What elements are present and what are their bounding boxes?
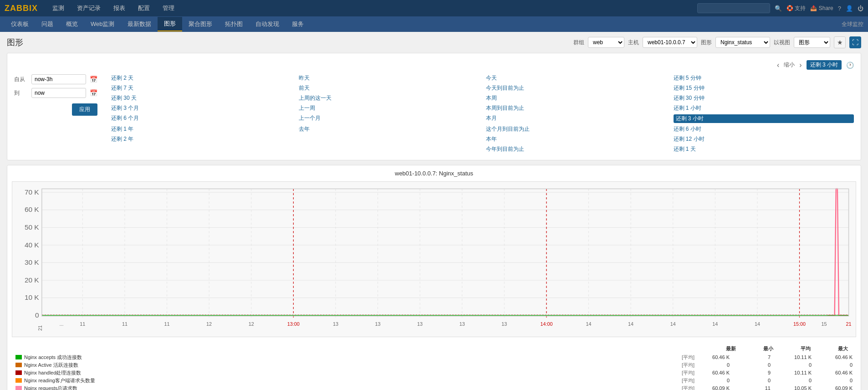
quick-time-11[interactable]: 本周: [486, 94, 667, 102]
nav-graphs[interactable]: 图形: [158, 17, 182, 31]
legend-max-3: 0: [825, 378, 853, 383]
legend-avglabel-3: [平均]: [682, 377, 700, 384]
quick-time-29[interactable]: [111, 145, 292, 153]
quick-time-7[interactable]: 今天到目前为止: [486, 84, 667, 92]
quick-time-28[interactable]: 还剩 12 小时: [674, 135, 854, 143]
quick-time-19[interactable]: 本月: [486, 114, 667, 123]
quick-time-5[interactable]: 还剩 7 天: [111, 84, 292, 92]
quick-time-31[interactable]: 今年到目前为止: [486, 145, 667, 153]
svg-text:14:00: 14:00: [540, 321, 552, 327]
nav-config[interactable]: 配置: [133, 1, 155, 15]
quick-time-24[interactable]: 还剩 6 小时: [674, 125, 854, 133]
svg-text:11: 11: [80, 321, 85, 327]
user-icon[interactable]: 👤: [846, 5, 853, 12]
search-input[interactable]: [697, 3, 770, 13]
legend-avg-1: 0: [784, 362, 812, 368]
nav-overview[interactable]: 概览: [60, 17, 84, 31]
quick-time-1[interactable]: 还剩 2 天: [111, 74, 292, 82]
quick-time-2[interactable]: 昨天: [299, 74, 480, 82]
legend-latest-1: 0: [702, 362, 730, 368]
legend-color-0: [15, 355, 22, 359]
legend-latest-3: 0: [702, 378, 730, 383]
svg-text:11: 11: [122, 321, 128, 327]
share-icon[interactable]: 📤 Share: [810, 5, 833, 11]
graph-label: 图形: [701, 39, 712, 46]
legend-avg-0: 10.11 K: [784, 354, 812, 360]
quick-time-10[interactable]: 上周的这一天: [299, 94, 480, 102]
view-select[interactable]: 图形: [794, 37, 830, 48]
quick-time-20[interactable]: 还剩 3 小时: [674, 114, 854, 123]
apply-button[interactable]: 应用: [72, 103, 97, 116]
nav-topology[interactable]: 拓扑图: [219, 17, 249, 31]
power-icon[interactable]: ⏻: [858, 5, 863, 12]
svg-text:14: 14: [712, 321, 718, 327]
from-row: 自从 📅: [14, 74, 97, 84]
quick-time-32[interactable]: 还剩 1 天: [674, 145, 854, 153]
from-calendar-icon[interactable]: 📅: [90, 76, 97, 83]
legend-min-0: 7: [743, 354, 771, 360]
search-icon[interactable]: 🔍: [775, 5, 782, 12]
nav-dashboard[interactable]: 仪表板: [5, 17, 35, 31]
legend-avg-4: 10.05 K: [784, 385, 812, 390]
quick-time-3[interactable]: 今天: [486, 74, 667, 82]
nav-admin[interactable]: 管理: [157, 1, 180, 15]
group-select[interactable]: web: [588, 37, 624, 48]
to-input[interactable]: [31, 88, 86, 98]
quick-time-27[interactable]: 本年: [486, 135, 667, 143]
quick-time-21[interactable]: 还剩 1 年: [111, 125, 292, 133]
quick-time-14[interactable]: 上一周: [299, 104, 480, 112]
svg-text:14: 14: [670, 321, 676, 327]
svg-text:15: 15: [822, 321, 827, 327]
to-calendar-icon[interactable]: 📅: [90, 89, 97, 97]
quick-time-9[interactable]: 还剩 30 天: [111, 94, 292, 102]
svg-text:13:00: 13:00: [287, 321, 300, 327]
quick-time-16[interactable]: 还剩 1 小时: [674, 104, 854, 112]
legend-latest-2: 60.46 K: [702, 370, 730, 375]
help-icon[interactable]: ?: [838, 5, 841, 12]
quick-time-8[interactable]: 还剩 15 分钟: [674, 84, 854, 92]
legend-header: 最新 最小 平均 最大: [15, 345, 853, 352]
svg-text:...: ...: [60, 321, 64, 327]
nav-assets[interactable]: 资产记录: [71, 1, 106, 15]
quick-time-26[interactable]: [299, 135, 480, 143]
graph-select[interactable]: Nginx_status: [715, 37, 770, 48]
quick-time-13[interactable]: 还剩 3 个月: [111, 104, 292, 112]
time-nav: ‹ 缩小 › 还剩 3 小时 🕐: [14, 60, 854, 70]
quick-time-30[interactable]: [299, 145, 480, 153]
nav-latest-data[interactable]: 最新数据: [121, 17, 158, 31]
legend-row-4: Nginx requests总请求数 [平均] 60.09 K 11 10.05…: [15, 385, 853, 390]
favorite-button[interactable]: ★: [834, 36, 846, 48]
second-navigation: 仪表板 问题 概览 Web监测 最新数据 图形 聚合图形 拓扑图 自动发现 服务…: [0, 16, 868, 32]
quick-time-17[interactable]: 还剩 6 个月: [111, 114, 292, 123]
host-select[interactable]: web01-10.0.0.7: [643, 37, 697, 48]
top-nav-items: 监测 资产记录 报表 配置 管理: [47, 1, 697, 15]
prev-arrow[interactable]: ‹: [777, 61, 779, 69]
view-label: 以视图: [774, 39, 790, 46]
legend-values-4: 60.09 K 11 10.05 K 60.09 K: [702, 385, 853, 390]
quick-time-18[interactable]: 上一个月: [299, 114, 480, 123]
quick-time-23[interactable]: 这个月到目前为止: [486, 125, 667, 133]
main-content: 图形 群组 web 主机 web01-10.0.0.7 图形 Nginx_sta…: [0, 32, 868, 390]
nav-services[interactable]: 服务: [286, 17, 310, 31]
expand-button[interactable]: ⛶: [849, 36, 861, 48]
legend-latest-0: 60.46 K: [702, 354, 730, 360]
nav-reports[interactable]: 报表: [108, 1, 131, 15]
nav-web-monitoring[interactable]: Web监测: [84, 17, 121, 31]
chart-area[interactable]: 70 K 60 K 50 K 40 K 30 K 20 K 10 K 0: [12, 181, 856, 337]
nav-screens[interactable]: 聚合图形: [182, 17, 219, 31]
support-icon[interactable]: 🛟 支持: [786, 5, 806, 12]
from-input[interactable]: [31, 74, 86, 84]
nav-monitoring[interactable]: 监测: [47, 1, 70, 15]
quick-time-6[interactable]: 前天: [299, 84, 480, 92]
legend-name-3: Nginx reading客户端请求头数量: [24, 377, 679, 384]
nav-discovery[interactable]: 自动发现: [249, 17, 286, 31]
quick-time-4[interactable]: 还剩 5 分钟: [674, 74, 854, 82]
svg-text:13: 13: [417, 321, 423, 327]
quick-time-12[interactable]: 还剩 30 分钟: [674, 94, 854, 102]
quick-time-22[interactable]: 去年: [299, 125, 480, 133]
nav-problems[interactable]: 问题: [35, 17, 60, 31]
next-arrow[interactable]: ›: [799, 61, 802, 69]
quick-time-25[interactable]: 还剩 2 年: [111, 135, 292, 143]
time-form: 自从 📅 到 📅 应用: [14, 74, 97, 153]
quick-time-15[interactable]: 本周到目前为止: [486, 104, 667, 112]
